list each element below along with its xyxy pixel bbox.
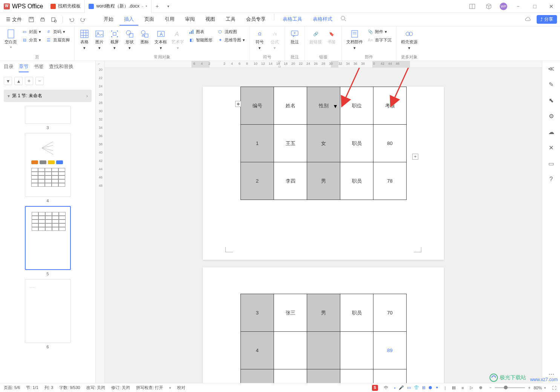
sb-col[interactable]: 列: 3 <box>44 385 53 390</box>
window-close[interactable]: ✕ <box>546 1 557 12</box>
sb-revision[interactable]: 修订: 关闭 <box>111 385 130 390</box>
dropcap-button[interactable]: A≡首字下沉 <box>365 36 394 44</box>
textbox-button[interactable]: A文本框 ▾ <box>152 28 169 52</box>
add-icon[interactable]: ＋ <box>25 77 33 85</box>
screenshot-button[interactable]: 截屏 ▾ <box>107 28 122 52</box>
tab-review[interactable]: 审阅 <box>181 14 199 26</box>
tab-view[interactable]: 视图 <box>201 14 220 26</box>
th-pos[interactable]: 职位 <box>340 87 373 125</box>
tray-icon[interactable]: ⊞ <box>422 385 425 390</box>
formula-button[interactable]: √x公式 ▾ <box>267 28 282 52</box>
table-button[interactable]: 表格 ▾ <box>77 28 92 52</box>
view-read-icon[interactable]: ▷ <box>470 385 473 390</box>
data-table-1[interactable]: 编号 姓名 性别 职位 考核 1 王五 女 职员 80 2 李四 男 <box>240 87 407 200</box>
table-row[interactable]: 编号 姓名 性别 职位 考核 <box>241 87 407 125</box>
table-row[interactable]: 3 张三 男 职员 70 <box>241 294 407 332</box>
collapse-icon[interactable]: ▾ <box>4 77 12 85</box>
lefttab-sections[interactable]: 章节 <box>19 63 29 72</box>
rb-doc-icon[interactable]: ▭ <box>546 158 557 169</box>
avatar[interactable]: WP <box>500 3 507 10</box>
mindmap-button[interactable]: ✦思维导图 ▾ <box>215 36 247 44</box>
sb-ime[interactable]: 中 <box>384 385 388 390</box>
remove-icon[interactable]: － <box>35 77 44 85</box>
new-tab-button[interactable]: ＋ <box>151 1 163 12</box>
zoom-out-button[interactable]: － <box>488 385 493 390</box>
shape-button[interactable]: 形状 ▾ <box>122 28 137 52</box>
tab-pin-icon[interactable]: • <box>145 4 147 9</box>
tray-mic-icon[interactable]: 🎤 <box>399 385 404 390</box>
smartart-button[interactable]: ◧智能图形 <box>186 36 215 44</box>
headerfooter-button[interactable]: ☰页眉页脚 <box>43 36 72 44</box>
symbol-button[interactable]: Ω符号 ▾ <box>252 28 267 52</box>
view-outline-icon[interactable]: ≡ <box>462 386 464 390</box>
print-icon[interactable] <box>38 15 47 24</box>
horizontal-ruler[interactable]: 6 4 2 2 4 6 8 10 12 14 16 18 20 22 24 26… <box>105 61 542 68</box>
data-table-2[interactable]: 3 张三 男 职员 70 4 89 <box>240 294 407 383</box>
th-score[interactable]: 考核 <box>373 87 407 125</box>
chart-button[interactable]: 图表 <box>186 28 215 35</box>
tab-menu-icon[interactable]: ▫ <box>142 4 143 9</box>
tray-icon[interactable]: ⬢ <box>428 385 432 390</box>
section-row[interactable]: ▾ 第 1 节: 未命名 › <box>4 90 92 102</box>
wordart-button[interactable]: A艺术字 ▾ <box>169 28 186 52</box>
bookmark-button[interactable]: 🔖书签 <box>324 28 339 46</box>
rb-tools-icon[interactable]: ✕ <box>546 142 557 153</box>
zoom-in-button[interactable]: ＋ <box>527 385 531 390</box>
tray-icon[interactable]: ✦ <box>435 385 439 390</box>
rb-collapse-icon[interactable]: ≪ <box>546 63 557 74</box>
sb-spell[interactable]: 拼写检查: 打开 <box>136 385 163 390</box>
undo-icon[interactable] <box>67 15 77 24</box>
tray-icon[interactable]: 👕 <box>414 385 419 390</box>
tab-list-button[interactable]: ▾ <box>163 1 174 12</box>
thumb-3[interactable] <box>25 106 71 124</box>
table-row[interactable]: 2 李四 男 职员 78 <box>241 162 407 200</box>
lefttab-findreplace[interactable]: 查找和替换 <box>49 63 73 72</box>
save-icon[interactable] <box>26 15 36 24</box>
tab-document[interactable]: word教程（新）.docx ▫ • <box>85 0 151 13</box>
tab-member[interactable]: 会员专享 <box>242 14 270 26</box>
tab-templates[interactable]: 找稻壳模板 <box>47 0 85 13</box>
ime-icon[interactable]: S <box>372 385 378 391</box>
window-maximize[interactable]: □ <box>529 1 540 12</box>
th-id[interactable]: 编号 <box>241 87 274 125</box>
up-icon[interactable]: ▴ <box>14 77 23 85</box>
lefttab-toc[interactable]: 目录 <box>4 63 14 72</box>
tab-tablestyle[interactable]: 表格样式 <box>308 14 337 26</box>
search-icon[interactable] <box>338 14 348 23</box>
panel-icon[interactable] <box>467 1 478 12</box>
print-preview-icon[interactable] <box>49 15 59 24</box>
view-web-icon[interactable]: ⊕ <box>479 385 482 390</box>
lefttab-bookmarks[interactable]: 书签 <box>34 63 44 72</box>
cloud-icon[interactable] <box>523 15 533 24</box>
tray-icon[interactable]: ▭ <box>407 385 411 390</box>
tab-tools[interactable]: 工具 <box>221 14 240 26</box>
th-name[interactable]: 姓名 <box>274 87 307 125</box>
pagebreak-button[interactable]: ⊟分页 ▾ <box>19 36 43 44</box>
file-menu[interactable]: ☰ 文件 <box>3 15 25 24</box>
share-button[interactable]: ⤴ 分享 <box>537 15 557 24</box>
fullscreen-icon[interactable]: ⛶ <box>552 386 556 390</box>
redo-icon[interactable] <box>78 15 88 24</box>
tab-start[interactable]: 开始 <box>99 14 118 26</box>
sb-track[interactable]: 改写: 关闭 <box>86 385 105 390</box>
cover-button[interactable]: ▭封面 ▾ <box>19 28 43 35</box>
view-page-icon[interactable]: ▤ <box>452 385 456 390</box>
tab-tabletools[interactable]: 表格工具 <box>278 14 307 26</box>
tray-icon[interactable]: • <box>394 386 396 390</box>
window-minimize[interactable]: － <box>513 1 524 12</box>
document-scroll[interactable]: ✥ ▼ 编号 姓名 性别 职位 考核 1 王五 女 职员 80 <box>105 68 542 383</box>
pagenum-button[interactable]: #页码 ▾ <box>43 28 72 35</box>
rb-pencil-icon[interactable]: ✎ <box>546 79 557 90</box>
blank-page-button[interactable]: 空白页▾ <box>2 28 19 50</box>
thumb-6[interactable]: — — <box>25 279 71 343</box>
table-move-handle[interactable]: ✥ <box>235 101 241 107</box>
table-row[interactable]: 1 王五 女 职员 80 <box>241 125 407 162</box>
thumb-4[interactable] <box>25 133 71 197</box>
zoom-value[interactable]: 80% <box>534 386 542 390</box>
tab-insert[interactable]: 插入 <box>119 14 138 26</box>
attachment-button[interactable]: 📎附件 ▾ <box>365 28 394 35</box>
zoom-slider[interactable] <box>495 387 525 388</box>
rb-select-icon[interactable]: ⬉ <box>546 95 557 105</box>
docpart-button[interactable]: 文档部件 ▾ <box>344 28 365 52</box>
icon-button[interactable]: 图标 <box>137 28 152 46</box>
